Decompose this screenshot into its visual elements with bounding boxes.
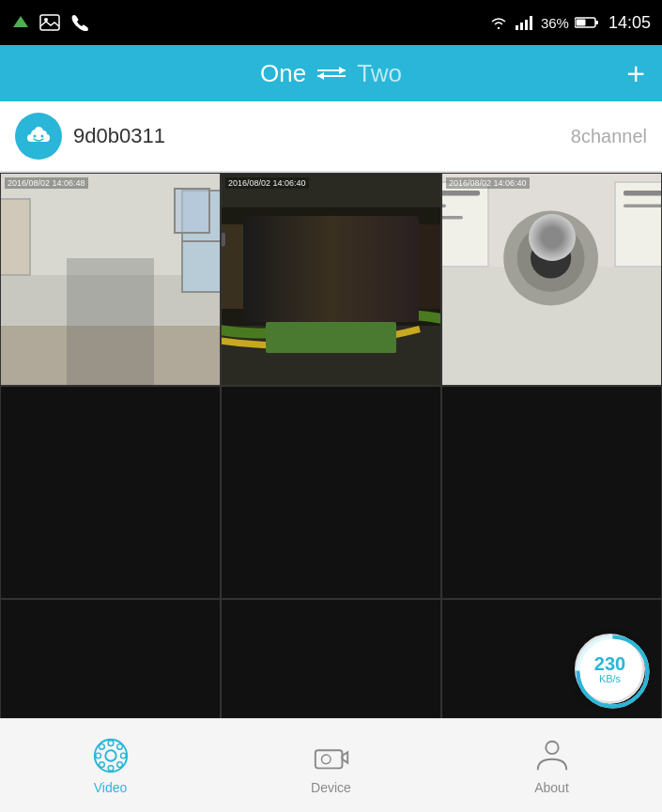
svg-point-11 xyxy=(41,135,44,138)
camera-feed-2 xyxy=(222,174,440,385)
svg-point-52 xyxy=(546,742,558,754)
about-icon xyxy=(532,736,572,775)
camera-timestamp-2: 2016/08/02 14:06:40 xyxy=(225,177,309,189)
speed-unit: KB/s xyxy=(599,673,621,684)
top-nav: One Two + xyxy=(0,45,662,101)
nav-title: One Two xyxy=(260,59,402,88)
status-bar: 36% 14:05 xyxy=(0,0,662,45)
carrier-icon xyxy=(11,14,30,31)
cloud-face-icon xyxy=(23,123,54,149)
speed-circle: 230 KB/s xyxy=(575,634,645,704)
speed-indicator: 230 KB/s xyxy=(575,634,645,704)
phone-icon xyxy=(69,14,88,31)
svg-rect-6 xyxy=(530,16,532,30)
device-avatar xyxy=(15,113,62,160)
svg-point-46 xyxy=(99,744,104,750)
battery-percentage: 36% xyxy=(541,15,569,31)
svg-rect-33 xyxy=(442,204,446,207)
signal-icon xyxy=(515,14,535,31)
tab-two[interactable]: Two xyxy=(357,59,402,88)
svg-rect-21 xyxy=(222,224,301,309)
wifi-icon xyxy=(488,14,509,31)
ceiling-scene xyxy=(442,174,661,385)
tab-one[interactable]: One xyxy=(260,59,306,88)
status-bar-left xyxy=(11,14,88,31)
nav-label-about: About xyxy=(534,780,569,795)
swap-icon xyxy=(317,69,346,77)
svg-rect-18 xyxy=(1,326,220,385)
camera-cell-5[interactable] xyxy=(221,386,441,599)
camera-timestamp-1: 2016/08/02 14:06:48 xyxy=(5,177,88,189)
camera-cell-4[interactable] xyxy=(0,386,221,599)
nav-label-device: Device xyxy=(311,780,351,795)
svg-rect-8 xyxy=(595,21,598,24)
camera-feed-1 xyxy=(1,174,220,385)
svg-point-41 xyxy=(105,750,115,760)
arrow-line-bottom xyxy=(317,75,346,77)
svg-rect-23 xyxy=(222,233,225,246)
speed-value: 230 xyxy=(594,654,625,673)
room-scene xyxy=(1,174,220,385)
camera-cell-6[interactable] xyxy=(441,386,662,599)
camera-timestamp-3: 2016/08/02 14:06:40 xyxy=(446,177,530,189)
svg-point-47 xyxy=(116,744,122,750)
bottom-nav: Video Device About xyxy=(0,718,662,812)
device-id: 9d0b0311 xyxy=(73,124,165,148)
svg-point-44 xyxy=(95,753,100,758)
arrow-line-top xyxy=(317,69,346,71)
camera-cell-3[interactable]: 2016/08/02 14:06:40 xyxy=(441,173,662,386)
svg-rect-4 xyxy=(520,23,523,30)
svg-point-42 xyxy=(108,741,114,746)
nav-item-video[interactable]: Video xyxy=(0,736,221,795)
svg-point-48 xyxy=(99,762,104,768)
svg-point-10 xyxy=(34,135,37,138)
svg-point-43 xyxy=(108,766,114,772)
svg-point-29 xyxy=(531,237,571,278)
device-info: 9d0b0311 xyxy=(15,113,165,160)
camera-cell-1[interactable]: 2016/08/02 14:06:48 xyxy=(0,173,221,386)
battery-icon xyxy=(575,16,599,29)
nav-item-about[interactable]: About xyxy=(441,736,662,795)
camera-feed-3 xyxy=(442,174,661,385)
svg-rect-50 xyxy=(315,750,342,768)
svg-marker-0 xyxy=(13,16,28,27)
svg-rect-22 xyxy=(318,224,440,309)
svg-rect-3 xyxy=(516,25,518,30)
nav-label-video: Video xyxy=(94,780,128,795)
camera-grid: 2016/08/02 14:06:48 2016/08 xyxy=(0,171,662,812)
svg-rect-1 xyxy=(40,15,59,30)
device-header: 9d0b0311 8channel xyxy=(0,101,662,171)
device-icon xyxy=(312,736,351,775)
svg-point-28 xyxy=(517,224,585,292)
svg-point-45 xyxy=(120,753,126,758)
svg-rect-34 xyxy=(442,216,463,220)
nav-item-device[interactable]: Device xyxy=(221,736,441,795)
video-icon xyxy=(91,736,131,775)
device-channel: 8channel xyxy=(571,126,647,147)
equipment-scene xyxy=(222,174,440,385)
svg-rect-9 xyxy=(576,20,585,26)
image-icon xyxy=(39,14,60,31)
svg-rect-37 xyxy=(624,204,661,207)
svg-rect-19 xyxy=(222,174,440,385)
main-content: 9d0b0311 8channel 2016/08/02 14:06:48 xyxy=(0,101,662,812)
status-bar-right: 36% 14:05 xyxy=(488,13,651,33)
svg-rect-32 xyxy=(442,191,480,195)
svg-rect-17 xyxy=(1,199,30,275)
add-button[interactable]: + xyxy=(626,57,645,89)
svg-rect-5 xyxy=(525,20,528,30)
camera-cell-2[interactable]: 2016/08/02 14:06:40 xyxy=(221,173,441,386)
svg-point-49 xyxy=(116,762,122,768)
svg-rect-20 xyxy=(222,207,440,326)
svg-rect-36 xyxy=(624,191,661,195)
svg-point-51 xyxy=(321,755,331,764)
svg-point-30 xyxy=(539,246,552,259)
time-display: 14:05 xyxy=(608,13,651,33)
